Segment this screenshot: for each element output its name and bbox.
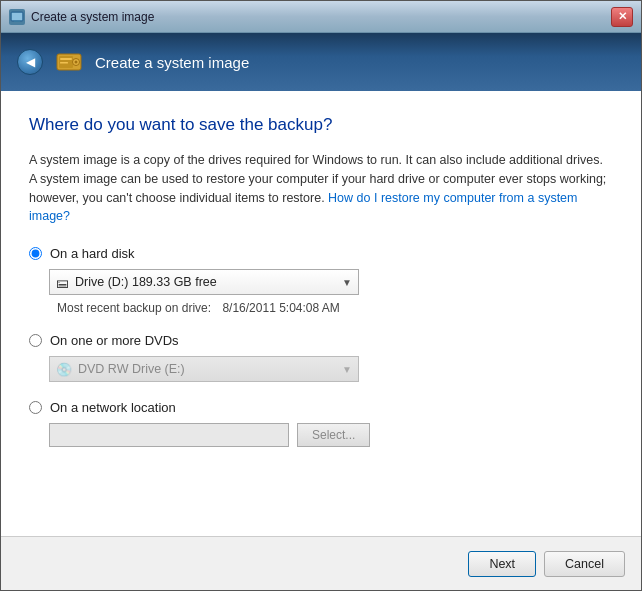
window-icon <box>9 9 25 25</box>
svg-rect-2 <box>14 21 20 22</box>
next-button[interactable]: Next <box>468 551 536 577</box>
option-network: On a network location Select... <box>29 400 613 447</box>
select-button: Select... <box>297 423 370 447</box>
page-heading: Where do you want to save the backup? <box>29 115 613 135</box>
hard-disk-dropdown-value: Drive (D:) 189.33 GB free <box>75 275 342 289</box>
window: Create a system image ✕ ◀ Create a syste… <box>0 0 642 591</box>
content-area: Where do you want to save the backup? A … <box>1 91 641 536</box>
svg-point-6 <box>75 61 78 64</box>
svg-rect-7 <box>60 58 72 60</box>
option-hard-disk: On a hard disk 🖴 Drive (D:) 189.33 GB fr… <box>29 246 613 315</box>
backup-date: 8/16/2011 5:04:08 AM <box>222 301 339 315</box>
dvd-dropdown-icon: 💿 <box>56 362 72 377</box>
description-text: A system image is a copy of the drives r… <box>29 151 613 226</box>
network-label: On a network location <box>50 400 176 415</box>
dvd-label: On one or more DVDs <box>50 333 179 348</box>
dvd-dropdown-arrow: ▼ <box>342 364 352 375</box>
close-button[interactable]: ✕ <box>611 7 633 27</box>
network-radio[interactable] <box>29 401 42 414</box>
hard-disk-radio[interactable] <box>29 247 42 260</box>
titlebar: Create a system image ✕ <box>1 1 641 33</box>
titlebar-title: Create a system image <box>31 10 154 24</box>
cancel-button[interactable]: Cancel <box>544 551 625 577</box>
titlebar-left: Create a system image <box>9 9 154 25</box>
dvd-radio-label[interactable]: On one or more DVDs <box>29 333 613 348</box>
hard-disk-dropdown-icon: 🖴 <box>56 275 69 290</box>
dvd-dropdown-value: DVD RW Drive (E:) <box>78 362 342 376</box>
footer: Next Cancel <box>1 536 641 590</box>
hard-disk-label: On a hard disk <box>50 246 135 261</box>
header-bar: ◀ Create a system image <box>1 33 641 91</box>
hard-disk-dropdown-arrow: ▼ <box>342 277 352 288</box>
svg-rect-1 <box>12 13 22 20</box>
network-radio-label[interactable]: On a network location <box>29 400 613 415</box>
hard-disk-dropdown-row: 🖴 Drive (D:) 189.33 GB free ▼ <box>49 269 613 295</box>
network-input <box>49 423 289 447</box>
hard-disk-dropdown[interactable]: 🖴 Drive (D:) 189.33 GB free ▼ <box>49 269 359 295</box>
header-icon <box>53 46 85 78</box>
header-title: Create a system image <box>95 54 249 71</box>
option-dvd: On one or more DVDs 💿 DVD RW Drive (E:) … <box>29 333 613 382</box>
backup-info: Most recent backup on drive: 8/16/2011 5… <box>49 301 613 315</box>
back-button[interactable]: ◀ <box>17 49 43 75</box>
network-input-row: Select... <box>49 423 613 447</box>
hard-disk-radio-label[interactable]: On a hard disk <box>29 246 613 261</box>
dvd-dropdown: 💿 DVD RW Drive (E:) ▼ <box>49 356 359 382</box>
dvd-radio[interactable] <box>29 334 42 347</box>
svg-rect-8 <box>60 62 68 64</box>
dvd-dropdown-row: 💿 DVD RW Drive (E:) ▼ <box>49 356 613 382</box>
back-icon: ◀ <box>26 55 35 69</box>
